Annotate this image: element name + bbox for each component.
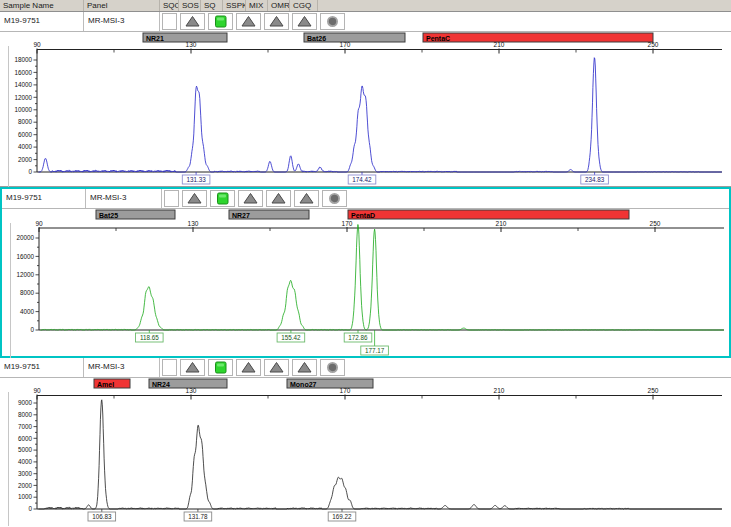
svg-text:4000: 4000 [20, 308, 35, 315]
flag-triangle-icon [238, 190, 263, 207]
dye-trace [41, 225, 724, 331]
sample-panel-2-selected: M19-9751 MR-MSI-3 Bat25NR27PentaD9013017… [0, 187, 731, 358]
svg-text:9000: 9000 [18, 399, 33, 406]
flag-green-square-icon [208, 359, 233, 376]
electropherogram-plot-green[interactable]: Bat25NR27PentaD9013017021025004000800012… [2, 209, 729, 358]
column-header-sq[interactable]: SQ [201, 0, 223, 11]
sample-name-cell[interactable]: M19-9751 [2, 189, 86, 208]
peak-size-label[interactable]: 174.42 [348, 175, 376, 184]
x-axis: 90130170210250 [33, 387, 722, 400]
svg-text:169.22: 169.22 [332, 513, 352, 520]
peak-size-label[interactable]: 177.17 [361, 346, 389, 355]
svg-text:Bat26: Bat26 [307, 35, 326, 42]
sample-name-cell[interactable]: M19-9751 [0, 12, 84, 31]
peak-size-label[interactable]: 169.22 [328, 512, 356, 521]
marker-bar-Bat25[interactable]: Bat25 [96, 210, 175, 219]
column-header-mix[interactable]: MIX [246, 0, 268, 11]
flag-triangle-icon [294, 190, 319, 207]
flag-triangle-icon [264, 13, 289, 30]
svg-text:0: 0 [28, 505, 32, 512]
panel-name-cell[interactable]: MR-MSI-3 [84, 12, 160, 31]
flag-triangle-icon [264, 359, 289, 376]
peak-size-label[interactable]: 131.33 [182, 175, 210, 184]
svg-text:174.42: 174.42 [352, 176, 372, 183]
svg-text:8000: 8000 [18, 411, 33, 418]
column-header-sos[interactable]: SOS [179, 0, 201, 11]
svg-text:90: 90 [35, 220, 43, 227]
svg-text:155.42: 155.42 [281, 334, 301, 341]
svg-text:8000: 8000 [20, 289, 35, 296]
svg-text:16000: 16000 [16, 253, 34, 260]
flag-empty-icon [164, 190, 179, 207]
panel-name-cell[interactable]: MR-MSI-3 [86, 189, 162, 208]
svg-text:170: 170 [340, 387, 351, 394]
flag-triangle-icon [180, 13, 205, 30]
svg-text:20000: 20000 [16, 234, 34, 241]
column-header-filler [318, 0, 731, 11]
svg-text:PentaC: PentaC [426, 35, 450, 42]
flag-triangle-icon [236, 13, 261, 30]
electropherogram-plot-black[interactable]: AmelNR24Mono2790130170210250010002000300… [0, 378, 731, 526]
y-axis: 0200040006000800010000120001400016000180… [14, 50, 37, 176]
dye-trace [39, 400, 722, 509]
svg-text:106.83: 106.83 [92, 513, 112, 520]
flag-triangle-icon [292, 359, 317, 376]
sample-name-cell[interactable]: M19-9751 [0, 358, 84, 377]
svg-text:6000: 6000 [18, 131, 33, 138]
flag-green-square-icon [208, 13, 233, 30]
svg-text:131.33: 131.33 [186, 176, 206, 183]
svg-text:234.83: 234.83 [585, 176, 605, 183]
peak-size-label[interactable]: 172.86 [344, 333, 372, 342]
peak-size-label[interactable]: 155.42 [277, 333, 305, 342]
column-header-cgq[interactable]: CGQ [290, 0, 318, 11]
svg-text:12000: 12000 [14, 94, 32, 101]
peak-size-label[interactable]: 118.65 [136, 333, 164, 342]
marker-bar-PentaD[interactable]: PentaD [348, 210, 629, 219]
svg-text:Bat25: Bat25 [99, 212, 118, 219]
sample-row: M19-9751 MR-MSI-3 [0, 12, 731, 32]
dye-trace [39, 58, 722, 172]
svg-text:8000: 8000 [18, 118, 33, 125]
svg-text:130: 130 [188, 220, 199, 227]
row-filler [348, 189, 729, 208]
flag-triangle-icon [266, 190, 291, 207]
peak-size-label[interactable]: 234.83 [581, 175, 609, 184]
svg-text:PentaD: PentaD [351, 212, 375, 219]
marker-bar-Amel[interactable]: Amel [94, 379, 130, 388]
svg-text:210: 210 [496, 220, 507, 227]
svg-text:170: 170 [342, 220, 353, 227]
svg-text:0: 0 [28, 168, 32, 175]
electropherogram-plot-blue[interactable]: NR21Bat26PentaC9013017021025002000400060… [0, 32, 731, 187]
svg-text:250: 250 [650, 220, 661, 227]
marker-bar-Mono27[interactable]: Mono27 [287, 379, 373, 388]
svg-text:177.17: 177.17 [365, 347, 385, 354]
flag-green-square-icon [210, 190, 235, 207]
flag-triangle-icon [180, 359, 205, 376]
column-header-sqo[interactable]: SQO [160, 0, 179, 11]
sample-row: M19-9751 MR-MSI-3 [2, 189, 729, 209]
x-axis: 90130170210250 [35, 220, 724, 233]
svg-text:Mono27: Mono27 [290, 381, 317, 388]
svg-text:90: 90 [33, 387, 41, 394]
marker-bar-NR27[interactable]: NR27 [229, 210, 309, 219]
flag-circle-icon [320, 13, 345, 30]
svg-text:210: 210 [494, 41, 505, 48]
svg-text:7000: 7000 [18, 423, 33, 430]
svg-text:2000: 2000 [18, 156, 33, 163]
peak-size-label[interactable]: 131.78 [184, 512, 212, 521]
marker-bar-PentaC[interactable]: PentaC [423, 33, 653, 42]
column-header-panel[interactable]: Panel [84, 0, 160, 11]
column-header-omr[interactable]: OMR [268, 0, 290, 11]
svg-text:18000: 18000 [14, 56, 32, 63]
peak-size-label[interactable]: 106.83 [88, 512, 116, 521]
flag-empty-icon [162, 13, 177, 30]
panel-name-cell[interactable]: MR-MSI-3 [84, 358, 160, 377]
row-filler [346, 358, 731, 377]
svg-text:NR24: NR24 [152, 381, 170, 388]
y-axis: 040008000120001600020000 [16, 228, 39, 333]
quality-flags [160, 358, 346, 377]
marker-bar-Bat26[interactable]: Bat26 [304, 33, 405, 42]
column-header-sspk[interactable]: SSPK [223, 0, 246, 11]
column-header-sample-name[interactable]: Sample Name [0, 0, 84, 11]
svg-text:4000: 4000 [18, 143, 33, 150]
